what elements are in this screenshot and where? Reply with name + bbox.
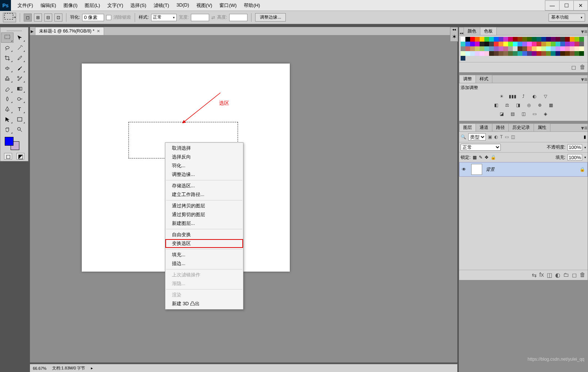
swatch[interactable] [579,51,584,56]
swatch[interactable] [494,46,499,51]
visibility-icon[interactable]: 👁 [462,167,468,172]
swatch[interactable] [465,46,470,51]
swatch[interactable] [574,51,579,56]
swatch[interactable] [522,42,527,46]
filter-kind-icon[interactable]: 🔍 [461,134,466,139]
new-swatch-icon[interactable]: ◻ [571,64,576,71]
swatch[interactable] [518,37,522,42]
swatch[interactable] [513,42,518,46]
stamp-tool-icon[interactable] [1,73,14,84]
new-group-icon[interactable]: 🗀 [563,272,569,279]
channel-mixer-icon[interactable]: ⊕ [536,102,543,108]
swatch[interactable] [532,37,537,42]
swatch[interactable] [570,51,574,56]
levels-icon[interactable]: ▮▮▮ [509,93,516,100]
eraser-tool-icon[interactable] [1,84,14,94]
canvas-area[interactable]: 选区 取消选择选择反向羽化...调整边缘...存储选区...建立工作路径...通… [30,35,457,363]
toolbox-grip[interactable] [1,29,27,32]
swatch[interactable] [579,46,584,51]
swatch[interactable] [475,51,480,56]
menu-item[interactable]: 视图(V) [193,2,216,9]
close-button[interactable]: ✕ [573,0,588,11]
crop-tool-icon[interactable] [1,53,14,63]
selection-new-icon[interactable]: ◻ [24,14,32,22]
swatch[interactable] [461,37,465,42]
zoom-readout[interactable]: 66.67% [33,366,46,371]
tab-paths[interactable]: 路径 [492,123,509,131]
exposure-icon[interactable]: ◐ [531,93,538,100]
selection-add-icon[interactable]: ⊞ [34,14,42,22]
color-swatches[interactable] [1,136,27,151]
swatch[interactable] [470,46,475,51]
context-menu-item[interactable]: 新建图层... [165,219,243,228]
fill-input[interactable] [568,154,582,161]
tab-channels[interactable]: 通道 [476,123,492,131]
swatch[interactable] [579,42,584,46]
shape-tool-icon[interactable] [14,114,26,124]
menu-item[interactable]: 选择(S) [127,2,150,9]
maximize-button[interactable]: ☐ [559,0,574,11]
swatch[interactable] [465,37,470,42]
new-layer-icon[interactable]: ◻ [572,272,577,279]
swatch[interactable] [518,46,522,51]
layer-row[interactable]: 👁 背景 🔒 [459,162,588,177]
layer-name[interactable]: 背景 [486,166,495,173]
filter-type-icon[interactable]: T [500,134,503,139]
swatch[interactable] [465,42,470,46]
photo-filter-icon[interactable]: ◎ [525,102,533,108]
tab-adjustments[interactable]: 调整 [459,75,476,83]
selection-subtract-icon[interactable]: ⊟ [44,14,52,22]
swatch[interactable] [508,46,513,51]
filter-toggle-icon[interactable]: ▮ [584,134,586,139]
mini-brush-icon[interactable]: ✶ [450,32,458,41]
swatch[interactable] [541,42,546,46]
swatch[interactable] [522,37,527,42]
filter-shape-icon[interactable]: ▭ [505,134,509,139]
lasso-tool-icon[interactable] [1,43,14,53]
swatch[interactable] [480,42,484,46]
swatch[interactable] [503,42,508,46]
panel-menu-icon[interactable]: ▾≡ [581,76,588,83]
delete-swatch-icon[interactable]: 🗑 [580,64,585,71]
swatch[interactable] [475,46,480,51]
swatch[interactable] [527,46,532,51]
context-menu-item[interactable]: 调整边缘... [165,170,243,179]
menu-item[interactable]: 文件(F) [14,2,37,9]
tab-properties[interactable]: 属性 [534,123,550,131]
tab-layers[interactable]: 图层 [459,123,476,131]
swatch[interactable] [565,46,570,51]
posterize-icon[interactable]: ▤ [509,111,516,117]
swatch[interactable] [470,51,475,56]
swatch[interactable] [503,51,508,56]
swatch[interactable] [556,46,560,51]
lock-pos-icon[interactable]: ✥ [485,155,488,160]
swatch[interactable] [494,51,499,56]
doc-info-arrow-icon[interactable]: ▸ [91,366,93,371]
swatch[interactable] [570,42,574,46]
magic-wand-tool-icon[interactable] [14,43,26,53]
type-tool-icon[interactable]: T [14,104,26,114]
swatch[interactable] [489,37,494,42]
marquee-tool-preset-icon[interactable]: ▾ [3,13,16,22]
swatch[interactable] [574,37,579,42]
zoom-tool-icon[interactable] [14,124,26,135]
lock-paint-icon[interactable]: ✎ [479,155,483,160]
history-brush-tool-icon[interactable] [14,73,26,84]
menu-item[interactable]: 图层(L) [81,2,104,9]
mini-dock-collapse-icon[interactable]: ◂◂ [450,27,458,32]
document-tab[interactable]: 未标题-1 @ 66.7%(RGB/8) * ✕ [35,27,104,35]
swatch[interactable] [503,37,508,42]
swatch[interactable] [551,46,556,51]
tab-styles[interactable]: 样式 [476,75,492,83]
delete-layer-icon[interactable]: 🗑 [580,272,585,279]
swatch[interactable] [508,37,513,42]
swatch[interactable] [475,37,480,42]
swatch[interactable] [551,42,556,46]
swatch[interactable] [484,51,489,56]
dodge-tool-icon[interactable] [14,94,26,104]
swatch[interactable] [565,51,570,56]
heal-brush-tool-icon[interactable] [1,63,14,73]
context-menu-item[interactable]: 新建 3D 凸出 [165,299,243,308]
swatch[interactable] [565,42,570,46]
swatch[interactable] [499,46,503,51]
